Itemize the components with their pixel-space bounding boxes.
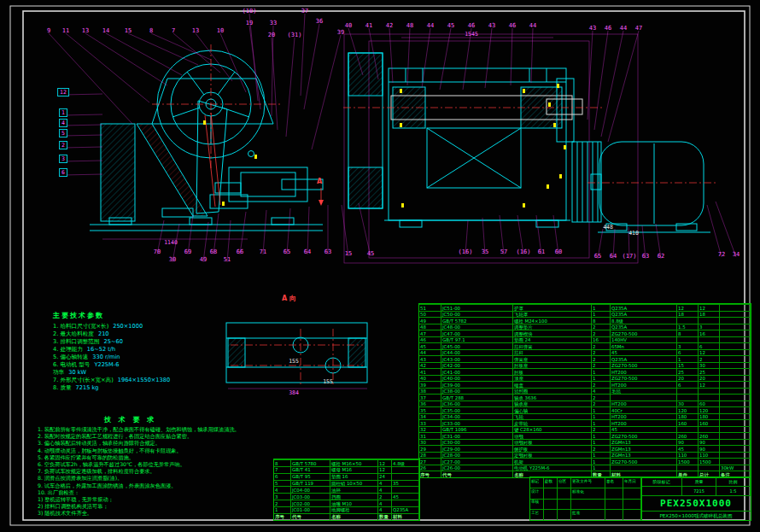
bom-cell: 挡圈 bbox=[330, 493, 378, 500]
parameters-title: 主要技术参数 bbox=[53, 311, 237, 320]
bom-header-cell: 代号 bbox=[441, 471, 513, 477]
bom-cell: 90 bbox=[677, 439, 699, 446]
bom-cell: 120 bbox=[677, 406, 699, 413]
part-callout: 30 bbox=[169, 256, 176, 263]
bom-cell: ZG270-500 bbox=[611, 375, 677, 382]
dimension-text: 1140 bbox=[164, 239, 178, 246]
part-callout: 44 bbox=[620, 25, 627, 32]
bom-cell: Q235A bbox=[611, 355, 677, 362]
parameter-line: 8. 质量7215 kg bbox=[53, 384, 237, 392]
bom-cell: 4 bbox=[378, 506, 392, 513]
bom-cell: 电动机 Y225M-6 bbox=[513, 465, 592, 471]
bom-cell: 1 bbox=[677, 355, 699, 362]
bom-cell: JC38-00 bbox=[441, 388, 513, 395]
bom-cell: 肘板 bbox=[513, 368, 592, 375]
scale-value: 1:5 bbox=[716, 487, 751, 496]
part-callout: (31) bbox=[288, 32, 302, 38]
bom-cell: 螺栓 M16×50 bbox=[330, 459, 378, 466]
parameter-line: 功率30 kW bbox=[53, 369, 237, 377]
bom-cell: 39 bbox=[419, 381, 441, 388]
bom-cell: 1 bbox=[592, 458, 611, 465]
bom-cell: 2 bbox=[592, 330, 611, 336]
bom-cell: 49 bbox=[419, 317, 441, 324]
revision-cell bbox=[605, 509, 623, 519]
bom-cell: 40 bbox=[419, 375, 441, 382]
bom-cell: 1 bbox=[592, 439, 611, 446]
bom-cell bbox=[677, 426, 699, 433]
bom-cell: 32 bbox=[419, 426, 441, 433]
bom-cell: 螺母 M16 bbox=[330, 466, 378, 473]
part-callout: 6 bbox=[59, 168, 67, 177]
revision-cell bbox=[544, 499, 558, 509]
revision-cell bbox=[558, 488, 571, 498]
parameter-line: 6. 电动机 型号Y225M-6 bbox=[53, 361, 237, 369]
bom-cell: 33 bbox=[419, 419, 441, 426]
bom-header-cell: 序号 bbox=[274, 513, 291, 520]
part-callout: 49 bbox=[200, 256, 207, 263]
bom-cell: 拉杆弹簧 bbox=[513, 342, 592, 349]
bom-cell: 1 bbox=[592, 413, 611, 420]
bom-header-cell: 序号 bbox=[419, 471, 441, 477]
bom-cell: ZGMn13 bbox=[611, 445, 677, 452]
part-callout: 70 bbox=[154, 248, 161, 255]
part-callout: 14 bbox=[102, 27, 109, 34]
bom-cell: 1500 bbox=[699, 458, 720, 465]
bom-cell: 端盖 bbox=[513, 381, 592, 388]
bom-cell: HT200 bbox=[611, 381, 677, 388]
bom-cell: 2 bbox=[378, 493, 392, 500]
revision-cell: 设计 bbox=[530, 488, 544, 498]
bom-cell: 2 bbox=[592, 381, 611, 388]
bom-cell: 垫圈 16 bbox=[330, 473, 378, 480]
bom-cell: ZG270-500 bbox=[611, 330, 677, 336]
bom-cell: 45 bbox=[611, 426, 677, 433]
part-callout: 45 bbox=[447, 22, 454, 29]
bom-cell: 轴承 3636 bbox=[513, 394, 592, 400]
bom-cell bbox=[611, 394, 677, 400]
bom-cell bbox=[677, 388, 699, 395]
part-callout: 71 bbox=[260, 248, 266, 255]
bom-cell bbox=[677, 317, 699, 324]
bom-cell: 50 bbox=[419, 311, 441, 318]
bom-cell: 1 bbox=[592, 304, 611, 311]
revision-cell: 签名 bbox=[605, 477, 623, 488]
bom-cell: JC28-00 bbox=[441, 452, 513, 459]
bom-cell bbox=[677, 336, 699, 343]
bom-cell: 4 bbox=[378, 486, 392, 493]
bom-cell: JC03-00 bbox=[291, 493, 330, 500]
part-callout: (16) bbox=[517, 248, 531, 255]
bom-cell: 皮带轮 bbox=[513, 419, 592, 426]
requirement-line: 2. 装配时按规定的装配工艺规程进行，各固定结合面应贴合紧密。 bbox=[38, 433, 285, 440]
bom-cell: 4 bbox=[592, 388, 611, 395]
part-callout: 5 bbox=[59, 129, 67, 137]
bom-cell: JC41-00 bbox=[441, 368, 513, 375]
part-callout: 37 bbox=[301, 8, 308, 15]
bom-cell: 毛毡 bbox=[611, 388, 677, 395]
bom-cell: 1 bbox=[592, 368, 611, 375]
bom-cell: 26 bbox=[419, 465, 441, 471]
bom-cell bbox=[720, 349, 751, 356]
requirement-line: 5. 各紧固件应拧紧并有可靠的防松措施。 bbox=[38, 454, 285, 461]
revision-cell bbox=[558, 499, 571, 509]
bom-cell: 6 bbox=[677, 349, 699, 356]
bom-cell: 1 bbox=[592, 432, 611, 439]
part-callout: 11 bbox=[62, 27, 69, 34]
bom-cell: 35 bbox=[392, 480, 419, 487]
bom-cell bbox=[720, 336, 751, 343]
bom-cell: JC34-00 bbox=[441, 413, 513, 420]
part-callout: 2 bbox=[59, 141, 67, 149]
bom-cell: 圆柱销 10×50 bbox=[330, 480, 378, 487]
detail-view-label: A 向 bbox=[282, 294, 296, 303]
bom-cell: GB/T 119 bbox=[291, 480, 330, 487]
bom-cell: GB/T 5782 bbox=[441, 317, 513, 324]
requirement-line: 1) 整机运转平稳，无异常振动； bbox=[38, 496, 285, 503]
bom-cell: 护罩 bbox=[513, 304, 592, 311]
bom-cell: 45 bbox=[677, 445, 699, 452]
bom-cell: Q235A bbox=[392, 506, 419, 513]
bom-cell: 毡封圈 bbox=[513, 388, 592, 395]
bom-cell: JC27-00 bbox=[441, 458, 513, 465]
bom-cell: JC01-00 bbox=[291, 506, 330, 513]
bom-cell bbox=[677, 465, 699, 471]
bom-cell bbox=[720, 362, 751, 369]
bom-cell bbox=[699, 336, 720, 343]
bom-cell: 12 bbox=[699, 349, 720, 356]
